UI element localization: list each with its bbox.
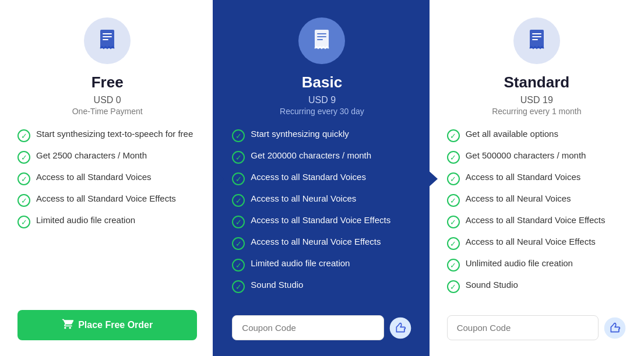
standard-feature-text-6: Unlimited audio file creation bbox=[466, 258, 573, 268]
basic-name: Basic bbox=[302, 73, 342, 91]
plan-card-basic: BasicUSD 9Recurring every 30 day✓Start s… bbox=[214, 0, 429, 356]
free-feature-text-2: Access to all Standard Voices bbox=[36, 172, 152, 182]
svg-point-8 bbox=[389, 317, 411, 339]
free-feature-text-3: Access to all Standard Voice Effects bbox=[36, 193, 176, 203]
basic-feature-text-2: Access to all Standard Voices bbox=[251, 172, 366, 182]
svg-rect-1 bbox=[103, 33, 112, 34]
standard-footer bbox=[447, 315, 627, 340]
basic-feature-item: ✓Get 200000 characters / month bbox=[232, 150, 411, 164]
standard-receipt-icon bbox=[526, 29, 547, 54]
basic-feature-text-6: Limited audio file creation bbox=[251, 258, 350, 268]
standard-billing: Recurring every 1 month bbox=[492, 107, 581, 116]
standard-check-icon-5: ✓ bbox=[447, 237, 460, 250]
free-feature-item: ✓Access to all Standard Voice Effects bbox=[17, 193, 197, 207]
standard-check-icon-7: ✓ bbox=[447, 280, 460, 293]
free-check-icon-3: ✓ bbox=[17, 194, 30, 207]
basic-feature-item: ✓Sound Studio bbox=[232, 280, 411, 293]
svg-rect-6 bbox=[317, 36, 326, 37]
svg-rect-2 bbox=[103, 36, 112, 37]
basic-feature-item: ✓Access to all Standard Voices bbox=[232, 172, 411, 185]
standard-features-list: ✓Get all available options✓Get 500000 ch… bbox=[447, 129, 627, 301]
standard-feature-item: ✓Sound Studio bbox=[447, 280, 627, 293]
standard-feature-text-1: Get 500000 characters / month bbox=[466, 150, 586, 160]
free-place-order-button[interactable]: Place Free Order bbox=[17, 310, 197, 340]
basic-feature-item: ✓Start synthesizing quickly bbox=[232, 129, 411, 142]
standard-check-icon-1: ✓ bbox=[447, 151, 460, 164]
basic-feature-text-7: Sound Studio bbox=[251, 280, 303, 290]
standard-name: Standard bbox=[504, 73, 569, 91]
free-check-icon-4: ✓ bbox=[17, 216, 30, 228]
standard-check-icon-6: ✓ bbox=[447, 259, 460, 272]
basic-coupon-wrapper bbox=[232, 315, 411, 340]
free-feature-item: ✓Access to all Standard Voices bbox=[17, 172, 197, 185]
basic-coupon-apply-button[interactable] bbox=[389, 316, 412, 340]
free-feature-item: ✓Get 2500 characters / Month bbox=[17, 150, 197, 164]
basic-check-icon-4: ✓ bbox=[232, 216, 245, 228]
standard-coupon-input[interactable] bbox=[447, 315, 599, 340]
standard-feature-text-7: Sound Studio bbox=[466, 280, 518, 290]
left-divider-notch bbox=[213, 168, 224, 189]
free-receipt-icon bbox=[97, 29, 118, 54]
free-feature-text-4: Limited audio file creation bbox=[36, 215, 135, 225]
svg-rect-12 bbox=[532, 39, 538, 40]
basic-feature-item: ✓Access to all Neural Voice Effects bbox=[232, 237, 411, 250]
standard-price: USD 19 bbox=[520, 95, 553, 105]
basic-feature-text-1: Get 200000 characters / month bbox=[251, 150, 371, 160]
standard-check-icon-0: ✓ bbox=[447, 129, 460, 142]
basic-check-icon-7: ✓ bbox=[232, 280, 245, 293]
basic-feature-text-5: Access to all Neural Voice Effects bbox=[251, 237, 381, 246]
free-billing: One-Time Payment bbox=[72, 107, 143, 116]
basic-check-icon-3: ✓ bbox=[232, 194, 245, 207]
basic-coupon-input[interactable] bbox=[232, 315, 383, 340]
standard-feature-item: ✓Access to all Neural Voice Effects bbox=[447, 237, 627, 250]
svg-rect-10 bbox=[532, 33, 541, 34]
basic-price: USD 9 bbox=[308, 95, 336, 105]
basic-check-icon-5: ✓ bbox=[232, 237, 245, 250]
standard-feature-item: ✓Access to all Standard Voice Effects bbox=[447, 215, 627, 228]
standard-feature-item: ✓Access to all Standard Voices bbox=[447, 172, 627, 185]
free-price: USD 0 bbox=[94, 95, 121, 105]
basic-feature-item: ✓Limited audio file creation bbox=[232, 258, 411, 272]
free-feature-item: ✓Limited audio file creation bbox=[17, 215, 197, 228]
basic-feature-item: ✓Access to all Standard Voice Effects bbox=[232, 215, 411, 228]
basic-feature-item: ✓Access to all Neural Voices bbox=[232, 193, 411, 207]
free-features-list: ✓Start synthesizing text-to-speech for f… bbox=[17, 129, 197, 237]
standard-feature-text-3: Access to all Neural Voices bbox=[466, 193, 571, 203]
standard-icon-wrapper bbox=[513, 17, 560, 64]
free-check-icon-2: ✓ bbox=[17, 172, 30, 185]
free-footer: Place Free Order bbox=[17, 310, 197, 340]
basic-feature-text-4: Access to all Standard Voice Effects bbox=[251, 215, 390, 225]
plan-card-free: FreeUSD 0One-Time Payment✓Start synthesi… bbox=[0, 0, 214, 356]
standard-feature-item: ✓Unlimited audio file creation bbox=[447, 258, 627, 272]
standard-feature-item: ✓Get 500000 characters / month bbox=[447, 150, 627, 164]
standard-feature-text-2: Access to all Standard Voices bbox=[466, 172, 581, 182]
basic-icon-wrapper bbox=[298, 17, 345, 64]
free-name: Free bbox=[92, 73, 124, 91]
svg-rect-5 bbox=[317, 33, 326, 34]
standard-check-icon-2: ✓ bbox=[447, 172, 460, 185]
free-icon-wrapper bbox=[84, 17, 131, 64]
free-place-order-label: Place Free Order bbox=[78, 320, 153, 330]
right-divider-notch bbox=[426, 168, 438, 189]
basic-check-icon-1: ✓ bbox=[232, 151, 245, 164]
basic-footer bbox=[232, 315, 411, 340]
free-check-icon-1: ✓ bbox=[17, 151, 30, 164]
svg-rect-3 bbox=[103, 39, 108, 40]
basic-check-icon-6: ✓ bbox=[232, 259, 245, 272]
standard-feature-text-5: Access to all Neural Voice Effects bbox=[466, 237, 596, 246]
free-feature-text-0: Start synthesizing text-to-speech for fr… bbox=[36, 129, 193, 139]
free-feature-item: ✓Start synthesizing text-to-speech for f… bbox=[17, 129, 197, 142]
basic-feature-text-0: Start synthesizing quickly bbox=[251, 129, 349, 139]
standard-feature-item: ✓Get all available options bbox=[447, 129, 627, 142]
standard-coupon-apply-button[interactable] bbox=[603, 316, 627, 340]
free-feature-text-1: Get 2500 characters / Month bbox=[36, 150, 147, 160]
plan-card-standard: StandardUSD 19Recurring every 1 month✓Ge… bbox=[430, 0, 644, 356]
free-check-icon-0: ✓ bbox=[17, 129, 30, 142]
basic-feature-text-3: Access to all Neural Voices bbox=[251, 193, 356, 203]
standard-check-icon-3: ✓ bbox=[447, 194, 460, 207]
standard-feature-text-4: Access to all Standard Voice Effects bbox=[466, 215, 606, 225]
standard-feature-text-0: Get all available options bbox=[466, 129, 558, 139]
standard-feature-item: ✓Access to all Neural Voices bbox=[447, 193, 627, 207]
standard-check-icon-4: ✓ bbox=[447, 216, 460, 228]
standard-coupon-wrapper bbox=[447, 315, 627, 340]
